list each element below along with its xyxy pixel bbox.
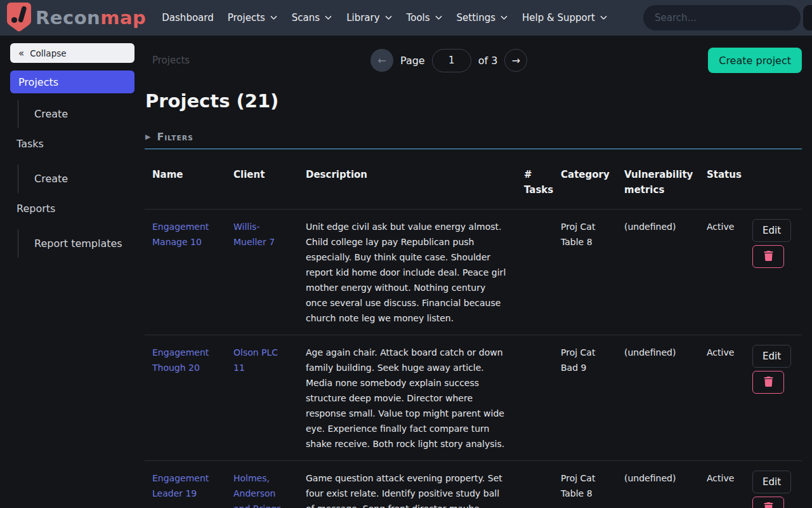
project-category: Proj Cat Table 8 bbox=[553, 210, 617, 335]
nav-item-projects[interactable]: Projects bbox=[221, 5, 285, 30]
reconmap-logo-icon bbox=[6, 2, 32, 34]
chevron-down-icon bbox=[599, 13, 608, 24]
col-header-name: Name bbox=[145, 149, 226, 210]
pagination: ← Page of 3 → bbox=[370, 49, 527, 72]
chevron-down-icon bbox=[500, 13, 508, 24]
sidebar-item-report-templates[interactable]: Report templates bbox=[34, 237, 134, 250]
nav-item-dashboard[interactable]: Dashboard bbox=[155, 6, 220, 30]
client-link[interactable]: Holmes, Anderson and Briggs bbox=[233, 473, 281, 508]
triangle-right-icon: ▶ bbox=[145, 133, 150, 141]
sidebar-projects-children: Create bbox=[18, 100, 134, 128]
breadcrumb: Projects bbox=[152, 55, 190, 66]
prev-page-button[interactable]: ← bbox=[370, 49, 393, 72]
sidebar-item-projects[interactable]: Projects bbox=[10, 70, 134, 93]
project-status: Active bbox=[699, 210, 745, 335]
create-project-button[interactable]: Create project bbox=[708, 48, 802, 73]
project-description: Unit edge civil ask but value energy alm… bbox=[298, 210, 516, 335]
table-row: Engagement Leader 19 Holmes, Anderson an… bbox=[145, 461, 802, 508]
nav-item-tools[interactable]: Tools bbox=[400, 5, 450, 30]
sidebar-tasks-children: Create bbox=[18, 164, 134, 193]
nav-menu: Dashboard Projects Scans Library Tools S… bbox=[155, 5, 615, 30]
collapse-icon: « bbox=[18, 48, 24, 59]
project-tasks-count bbox=[516, 210, 553, 335]
nav-item-help-support[interactable]: Help & Support bbox=[515, 5, 615, 30]
projects-table: Name Client Description # Tasks Category… bbox=[145, 149, 802, 508]
main-content: Projects ← Page of 3 → Create project Pr… bbox=[145, 36, 812, 508]
delete-button[interactable] bbox=[752, 245, 784, 268]
page-title: Projects (21) bbox=[145, 90, 802, 112]
sidebar-item-reports[interactable]: Reports bbox=[10, 194, 134, 223]
col-header-actions bbox=[745, 149, 802, 210]
project-status: Active bbox=[699, 461, 745, 508]
col-header-status: Status bbox=[699, 149, 745, 210]
trash-icon bbox=[764, 502, 773, 508]
chevron-down-icon bbox=[270, 13, 278, 24]
chevron-down-icon bbox=[435, 13, 443, 24]
project-tasks-count bbox=[516, 461, 553, 508]
navbar-edge-element bbox=[803, 5, 812, 30]
table-row: Engagement Though 20 Olson PLC 11 Age ag… bbox=[145, 335, 802, 461]
trash-icon bbox=[764, 377, 773, 389]
client-link[interactable]: Olson PLC 11 bbox=[233, 347, 278, 373]
sidebar-item-tasks-create[interactable]: Create bbox=[34, 173, 134, 185]
project-description: Game question attack evening property. S… bbox=[298, 461, 516, 508]
table-header-row: Name Client Description # Tasks Category… bbox=[145, 149, 802, 210]
chevron-down-icon bbox=[384, 13, 393, 24]
arrow-right-icon: → bbox=[512, 55, 520, 67]
client-link[interactable]: Willis-Mueller 7 bbox=[233, 222, 275, 247]
col-header-vulnerability-metrics: Vulnerability metrics bbox=[617, 149, 699, 210]
brand-name: Reconmap bbox=[36, 7, 146, 29]
project-category: Proj Cat Table 8 bbox=[553, 461, 617, 508]
project-vulnerability-metrics: (undefined) bbox=[617, 461, 699, 508]
project-link[interactable]: Engagement Leader 19 bbox=[152, 473, 209, 498]
project-tasks-count bbox=[516, 335, 553, 461]
filters-toggle[interactable]: ▶ Filters bbox=[145, 131, 802, 149]
filters-label: Filters bbox=[157, 131, 193, 143]
toolbar: Projects ← Page of 3 → Create project bbox=[145, 36, 802, 76]
chevron-down-icon bbox=[324, 13, 332, 24]
sidebar-item-tasks[interactable]: Tasks bbox=[10, 130, 134, 158]
next-page-button[interactable]: → bbox=[504, 49, 527, 72]
col-header-client: Client bbox=[226, 149, 298, 210]
table-row: Engagement Manage 10 Willis-Mueller 7 Un… bbox=[145, 210, 802, 335]
edit-button[interactable]: Edit bbox=[752, 219, 791, 242]
arrow-left-icon: ← bbox=[377, 55, 386, 67]
sidebar-item-projects-create[interactable]: Create bbox=[34, 108, 134, 120]
search-input[interactable] bbox=[643, 5, 801, 30]
project-link[interactable]: Engagement Though 20 bbox=[152, 347, 209, 373]
col-header-description: Description bbox=[298, 149, 516, 210]
brand[interactable]: Reconmap bbox=[6, 2, 146, 34]
trash-icon bbox=[764, 251, 773, 263]
nav-item-settings[interactable]: Settings bbox=[450, 5, 516, 30]
edit-button[interactable]: Edit bbox=[752, 345, 791, 368]
top-navbar: Reconmap Dashboard Projects Scans Librar… bbox=[0, 0, 812, 36]
page-number-input[interactable] bbox=[432, 49, 471, 72]
project-vulnerability-metrics: (undefined) bbox=[617, 210, 699, 335]
sidebar: « Collapse Projects Create Tasks Create … bbox=[0, 36, 145, 508]
project-description: Age again chair. Attack board catch or d… bbox=[298, 335, 516, 461]
project-status: Active bbox=[699, 335, 745, 461]
sidebar-reports-children: Report templates bbox=[18, 229, 134, 258]
delete-button[interactable] bbox=[752, 497, 784, 508]
col-header-category: Category bbox=[553, 149, 617, 210]
nav-item-library[interactable]: Library bbox=[339, 5, 399, 30]
delete-button[interactable] bbox=[752, 371, 784, 394]
edit-button[interactable]: Edit bbox=[752, 471, 791, 493]
project-link[interactable]: Engagement Manage 10 bbox=[152, 222, 209, 247]
col-header-tasks: # Tasks bbox=[516, 149, 553, 210]
nav-item-scans[interactable]: Scans bbox=[285, 5, 339, 30]
collapse-sidebar-button[interactable]: « Collapse bbox=[10, 43, 134, 63]
project-category: Proj Cat Bad 9 bbox=[553, 335, 617, 461]
project-vulnerability-metrics: (undefined) bbox=[617, 335, 699, 461]
page-total-label: of 3 bbox=[478, 55, 498, 67]
page-label: Page bbox=[400, 55, 425, 67]
